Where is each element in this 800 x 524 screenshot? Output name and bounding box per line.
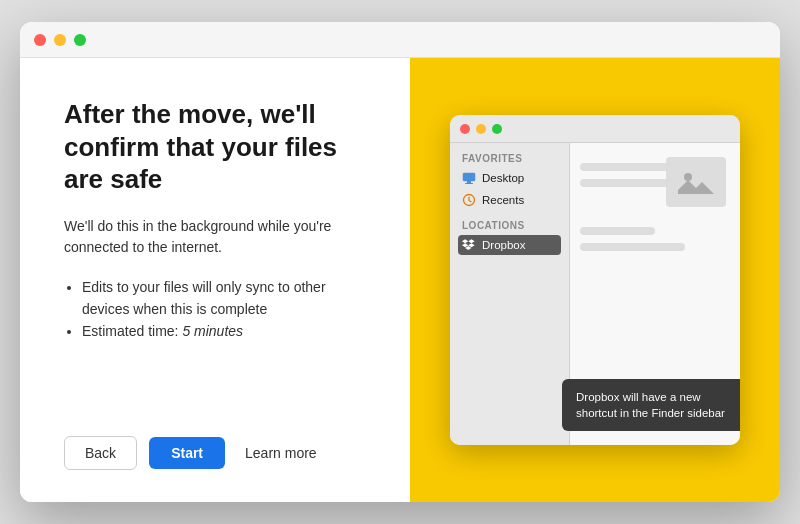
maximize-button[interactable] bbox=[74, 34, 86, 46]
svg-rect-0 bbox=[463, 173, 475, 181]
left-panel: After the move, we'll confirm that your … bbox=[20, 58, 410, 502]
dropbox-label: Dropbox bbox=[482, 239, 525, 251]
right-panel: Favorites Desktop bbox=[410, 58, 780, 502]
finder-titlebar bbox=[450, 115, 740, 143]
desktop-icon bbox=[462, 171, 476, 185]
desktop-label: Desktop bbox=[482, 172, 524, 184]
title-bar bbox=[20, 22, 780, 58]
description: We'll do this in the background while yo… bbox=[64, 216, 366, 258]
finder-tooltip: Dropbox will have a new shortcut in the … bbox=[562, 379, 740, 431]
svg-rect-1 bbox=[467, 181, 471, 183]
finder-main: Dropbox will have a new shortcut in the … bbox=[570, 143, 740, 445]
finder-close bbox=[460, 124, 470, 134]
back-button[interactable]: Back bbox=[64, 436, 137, 470]
minimize-button[interactable] bbox=[54, 34, 66, 46]
finder-locations: Locations Dropbox bbox=[458, 220, 561, 255]
thumbnail bbox=[666, 157, 726, 207]
svg-point-4 bbox=[684, 173, 692, 181]
dropbox-icon bbox=[462, 238, 476, 252]
sidebar-item-recents: Recents bbox=[458, 190, 561, 210]
close-button[interactable] bbox=[34, 34, 46, 46]
line-placeholder-1 bbox=[580, 163, 670, 171]
finder-body: Favorites Desktop bbox=[450, 143, 740, 445]
svg-rect-2 bbox=[465, 183, 473, 184]
left-body: After the move, we'll confirm that your … bbox=[64, 98, 366, 343]
line-placeholder-4 bbox=[580, 243, 685, 251]
learn-more-button[interactable]: Learn more bbox=[245, 445, 317, 461]
recents-icon bbox=[462, 193, 476, 207]
finder-sidebar: Favorites Desktop bbox=[450, 143, 570, 445]
favorites-label: Favorites bbox=[458, 153, 561, 164]
locations-label: Locations bbox=[458, 220, 561, 231]
content-area: After the move, we'll confirm that your … bbox=[20, 58, 780, 502]
bullet-item-1: Edits to your files will only sync to ot… bbox=[82, 276, 366, 321]
bullet-item-2: Estimated time: 5 minutes bbox=[82, 320, 366, 342]
start-button[interactable]: Start bbox=[149, 437, 225, 469]
line-placeholder-3 bbox=[580, 227, 655, 235]
sidebar-item-desktop: Desktop bbox=[458, 168, 561, 188]
bullet-list: Edits to your files will only sync to ot… bbox=[64, 276, 366, 343]
main-window: After the move, we'll confirm that your … bbox=[20, 22, 780, 502]
finder-window: Favorites Desktop bbox=[450, 115, 740, 445]
sidebar-item-dropbox: Dropbox bbox=[458, 235, 561, 255]
finder-minimize bbox=[476, 124, 486, 134]
main-title: After the move, we'll confirm that your … bbox=[64, 98, 366, 196]
finder-maximize bbox=[492, 124, 502, 134]
button-row: Back Start Learn more bbox=[64, 436, 366, 470]
recents-label: Recents bbox=[482, 194, 524, 206]
